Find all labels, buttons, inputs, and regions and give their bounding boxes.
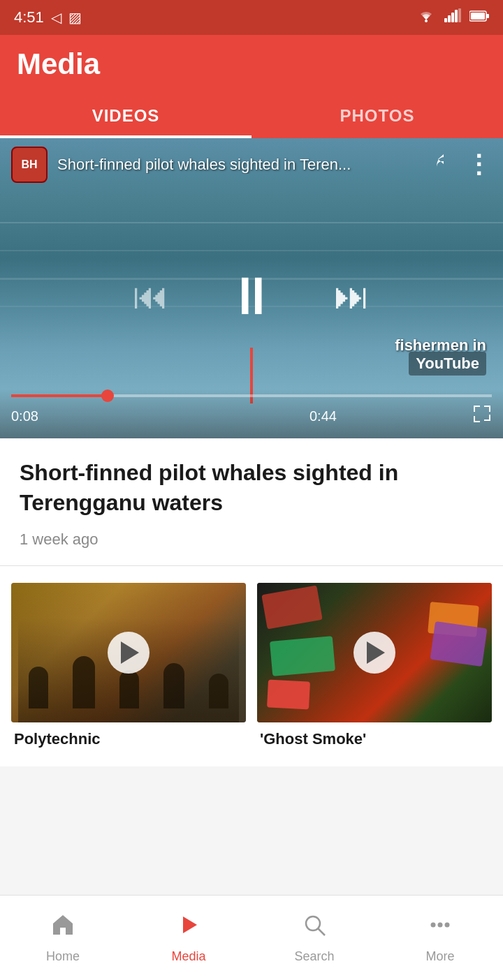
- progress-bar[interactable]: [11, 394, 492, 397]
- nav-media[interactable]: Media: [126, 896, 252, 980]
- progress-area: 0:08 0:44: [0, 389, 503, 438]
- svg-marker-9: [183, 916, 197, 933]
- battery-icon: [469, 8, 489, 27]
- play-triangle-2: [367, 641, 385, 664]
- thumbnail-1: [11, 583, 246, 722]
- wave-line-2: [0, 250, 503, 251]
- tab-photos[interactable]: PHOTOS: [252, 91, 503, 138]
- video-card-2[interactable]: 'Ghost Smoke': [257, 583, 492, 752]
- video-card-title-2: 'Ghost Smoke': [257, 722, 492, 752]
- video-top-bar: BH Short-finned pilot whales sighted in …: [0, 138, 503, 191]
- nav-search[interactable]: Search: [252, 896, 377, 980]
- video-card-title-1: Polytechnic: [11, 722, 246, 752]
- svg-rect-8: [471, 13, 485, 20]
- app-title: Media: [17, 47, 486, 81]
- video-grid: Polytechnic 'Ghost Smoke': [0, 566, 503, 752]
- search-icon: [302, 912, 327, 944]
- svg-point-13: [438, 922, 443, 927]
- share-icon[interactable]: [428, 151, 449, 178]
- progress-thumb[interactable]: [101, 389, 114, 402]
- status-left: 4:51 ◁ ▨: [14, 8, 82, 27]
- fullscreen-button[interactable]: [472, 404, 492, 429]
- article-section: Short-finned pilot whales sighted in Ter…: [0, 438, 503, 566]
- app-header: Media: [0, 35, 503, 91]
- video-player: BH Short-finned pilot whales sighted in …: [0, 138, 503, 438]
- nav-media-label: Media: [171, 949, 205, 964]
- tab-bar: VIDEOS PHOTOS: [0, 91, 503, 138]
- pause-button[interactable]: ⏸: [225, 265, 278, 326]
- media-icon: [176, 912, 201, 944]
- nav-more[interactable]: More: [377, 896, 503, 980]
- nav-search-label: Search: [294, 949, 334, 964]
- previous-button[interactable]: ⏮: [133, 274, 169, 316]
- nav-home-label: Home: [46, 949, 80, 964]
- more-vert-icon[interactable]: ⋮: [466, 150, 492, 179]
- svg-point-12: [431, 922, 436, 927]
- play-triangle-1: [121, 641, 139, 664]
- current-time: 0:08: [11, 408, 38, 424]
- nav-more-label: More: [425, 949, 454, 964]
- tab-videos[interactable]: VIDEOS: [0, 91, 252, 138]
- youtube-logo: YouTube: [409, 352, 486, 376]
- playback-controls: ⏮ ⏸ ⏭: [0, 265, 503, 326]
- svg-line-11: [318, 928, 325, 935]
- article-date: 1 week ago: [20, 530, 483, 549]
- video-card-1[interactable]: Polytechnic: [11, 583, 246, 752]
- video-title: Short-finned pilot whales sighted in Ter…: [57, 156, 418, 174]
- wave-line-1: [0, 222, 503, 223]
- total-time: 0:44: [309, 408, 337, 424]
- svg-rect-2: [448, 15, 451, 22]
- next-button[interactable]: ⏭: [334, 274, 370, 316]
- wifi-icon: [416, 8, 436, 27]
- video-top-actions: ⋮: [428, 150, 492, 179]
- play-overlay-2[interactable]: [353, 632, 395, 674]
- status-bar: 4:51 ◁ ▨: [0, 0, 503, 35]
- signal-icon: [444, 8, 461, 27]
- image-icon: ▨: [68, 9, 82, 26]
- svg-rect-1: [444, 18, 447, 22]
- bottom-nav: Home Media Search More: [0, 895, 503, 980]
- nav-home[interactable]: Home: [0, 896, 126, 980]
- article-title: Short-finned pilot whales sighted in Ter…: [20, 458, 483, 518]
- status-right: [416, 8, 489, 27]
- svg-point-14: [445, 922, 450, 927]
- svg-rect-3: [451, 13, 454, 22]
- status-time: 4:51: [14, 8, 44, 27]
- bottom-spacer: [0, 752, 503, 766]
- svg-rect-7: [486, 14, 489, 18]
- play-overlay-1[interactable]: [108, 632, 150, 674]
- progress-fill: [11, 394, 108, 397]
- svg-rect-4: [455, 10, 458, 22]
- svg-point-0: [425, 20, 428, 22]
- location-icon: ◁: [51, 9, 61, 26]
- channel-logo: BH: [11, 147, 48, 183]
- home-icon: [50, 912, 75, 944]
- time-display: 0:08 0:44: [11, 404, 492, 429]
- svg-rect-5: [458, 8, 461, 22]
- more-icon: [428, 912, 453, 944]
- thumbnail-2: [257, 583, 492, 722]
